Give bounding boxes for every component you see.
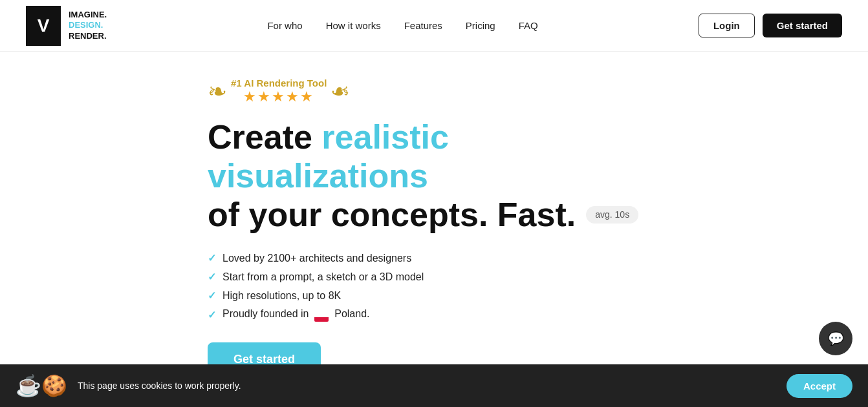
cookie-text: This page uses cookies to work properly.	[78, 381, 776, 391]
nav-item-faq[interactable]: FAQ	[519, 20, 538, 32]
cookie-banner: ☕🍪 This page uses cookies to work proper…	[0, 364, 868, 407]
nav-links: For who How it works Features Pricing FA…	[267, 20, 537, 32]
hero-section: ❧ #1 AI Rendering Tool ★★★★★ ❧ Create re…	[182, 78, 686, 407]
award-text: #1 AI Rendering Tool	[231, 78, 327, 89]
navbar: V IMAGINE. DESIGN. RENDER. For who How i…	[0, 0, 868, 52]
feature-item-1: ✓ Start from a prompt, a sketch or a 3D …	[208, 271, 660, 283]
feature-item-2: ✓ High resolutions, up to 8K	[208, 289, 660, 302]
nav-item-pricing[interactable]: Pricing	[466, 20, 495, 32]
hero-headline: Create realistic visualizations of your …	[208, 118, 660, 234]
get-started-nav-button[interactable]: Get started	[763, 14, 842, 37]
nav-actions: Login Get started	[699, 14, 842, 37]
chat-button[interactable]: 💬	[819, 322, 852, 355]
award-content: #1 AI Rendering Tool ★★★★★	[231, 78, 327, 105]
login-button[interactable]: Login	[699, 14, 755, 37]
feature-item-0: ✓ Loved by 2100+ architects and designer…	[208, 252, 660, 264]
check-icon-1: ✓	[208, 271, 216, 283]
coffee-cookie-icon: ☕🍪	[16, 373, 67, 398]
feature-item-3: ✓ Proudly founded in Poland.	[208, 308, 660, 322]
chat-icon: 💬	[828, 331, 844, 346]
accept-cookies-button[interactable]: Accept	[787, 374, 852, 398]
laurel-right-icon: ❧	[331, 78, 350, 105]
feature-list: ✓ Loved by 2100+ architects and designer…	[208, 252, 660, 322]
award-badge: ❧ #1 AI Rendering Tool ★★★★★ ❧	[208, 78, 660, 105]
logo-text: IMAGINE. DESIGN. RENDER.	[69, 10, 107, 41]
logo[interactable]: V IMAGINE. DESIGN. RENDER.	[26, 6, 107, 46]
nav-item-for-who[interactable]: For who	[267, 20, 302, 32]
star-rating: ★★★★★	[243, 89, 314, 105]
nav-item-how-it-works[interactable]: How it works	[326, 20, 381, 32]
check-icon-3: ✓	[208, 309, 216, 321]
logo-icon: V	[26, 6, 61, 46]
check-icon-2: ✓	[208, 289, 216, 302]
avg-badge: avg. 10s	[586, 206, 638, 223]
poland-flag-icon	[314, 313, 329, 322]
nav-item-features[interactable]: Features	[404, 20, 442, 32]
laurel-left-icon: ❧	[208, 78, 227, 105]
check-icon-0: ✓	[208, 252, 216, 264]
